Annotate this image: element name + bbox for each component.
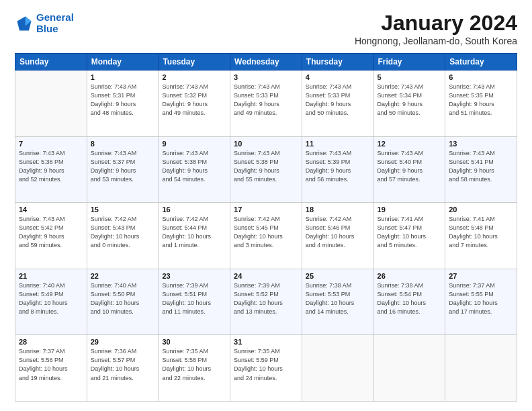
calendar-cell: 30Sunrise: 7:35 AM Sunset: 5:58 PM Dayli… bbox=[159, 335, 230, 402]
day-number: 19 bbox=[378, 205, 442, 214]
calendar-cell: 22Sunrise: 7:40 AM Sunset: 5:50 PM Dayli… bbox=[87, 269, 159, 335]
calendar-cell: 23Sunrise: 7:39 AM Sunset: 5:51 PM Dayli… bbox=[159, 269, 230, 335]
day-info: Sunrise: 7:43 AM Sunset: 5:38 PM Dayligh… bbox=[162, 149, 226, 184]
day-info: Sunrise: 7:42 AM Sunset: 5:46 PM Dayligh… bbox=[306, 215, 370, 250]
day-number: 2 bbox=[162, 73, 226, 81]
col-saturday: Saturday bbox=[445, 54, 517, 71]
day-number: 9 bbox=[162, 140, 226, 148]
calendar-cell: 10Sunrise: 7:43 AM Sunset: 5:38 PM Dayli… bbox=[230, 136, 302, 203]
day-info: Sunrise: 7:43 AM Sunset: 5:41 PM Dayligh… bbox=[449, 149, 513, 184]
day-number: 7 bbox=[19, 140, 83, 148]
day-number: 8 bbox=[91, 140, 155, 148]
calendar-cell: 28Sunrise: 7:37 AM Sunset: 5:56 PM Dayli… bbox=[15, 335, 87, 402]
calendar-cell: 21Sunrise: 7:40 AM Sunset: 5:49 PM Dayli… bbox=[15, 269, 87, 335]
col-friday: Friday bbox=[373, 54, 445, 71]
location: Hongnong, Jeollanam-do, South Korea bbox=[355, 36, 517, 46]
day-number: 6 bbox=[449, 73, 513, 81]
day-info: Sunrise: 7:43 AM Sunset: 5:34 PM Dayligh… bbox=[378, 83, 442, 118]
calendar-cell: 25Sunrise: 7:38 AM Sunset: 5:53 PM Dayli… bbox=[302, 269, 373, 335]
day-number: 25 bbox=[306, 272, 370, 280]
logo-text: General Blue bbox=[36, 12, 74, 34]
day-number: 21 bbox=[19, 272, 83, 280]
day-number: 11 bbox=[306, 140, 370, 148]
day-info: Sunrise: 7:43 AM Sunset: 5:33 PM Dayligh… bbox=[306, 83, 370, 118]
day-info: Sunrise: 7:43 AM Sunset: 5:40 PM Dayligh… bbox=[378, 149, 442, 184]
header-row: Sunday Monday Tuesday Wednesday Thursday… bbox=[15, 54, 517, 71]
calendar-cell: 8Sunrise: 7:43 AM Sunset: 5:37 PM Daylig… bbox=[87, 136, 159, 203]
day-number: 24 bbox=[234, 272, 298, 280]
day-number: 12 bbox=[378, 140, 442, 148]
day-number: 3 bbox=[234, 73, 298, 81]
calendar-cell: 3Sunrise: 7:43 AM Sunset: 5:33 PM Daylig… bbox=[230, 71, 302, 137]
day-number: 1 bbox=[91, 73, 155, 81]
calendar-cell bbox=[445, 335, 517, 402]
month-title: January 2024 bbox=[355, 12, 517, 34]
day-info: Sunrise: 7:43 AM Sunset: 5:37 PM Dayligh… bbox=[91, 149, 155, 184]
calendar-cell: 11Sunrise: 7:43 AM Sunset: 5:39 PM Dayli… bbox=[302, 136, 373, 203]
header: General Blue January 2024 Hongnong, Jeol… bbox=[15, 12, 517, 46]
calendar-cell: 20Sunrise: 7:41 AM Sunset: 5:48 PM Dayli… bbox=[445, 203, 517, 269]
day-info: Sunrise: 7:39 AM Sunset: 5:51 PM Dayligh… bbox=[162, 281, 226, 316]
col-sunday: Sunday bbox=[15, 54, 87, 71]
day-info: Sunrise: 7:43 AM Sunset: 5:33 PM Dayligh… bbox=[234, 83, 298, 118]
week-row-2: 7Sunrise: 7:43 AM Sunset: 5:36 PM Daylig… bbox=[15, 136, 517, 203]
calendar-cell: 9Sunrise: 7:43 AM Sunset: 5:38 PM Daylig… bbox=[159, 136, 230, 203]
day-number: 15 bbox=[91, 205, 155, 214]
calendar-cell: 31Sunrise: 7:35 AM Sunset: 5:59 PM Dayli… bbox=[230, 335, 302, 402]
calendar-cell: 4Sunrise: 7:43 AM Sunset: 5:33 PM Daylig… bbox=[302, 71, 373, 137]
day-number: 5 bbox=[378, 73, 442, 81]
calendar-cell: 18Sunrise: 7:42 AM Sunset: 5:46 PM Dayli… bbox=[302, 203, 373, 269]
calendar-cell: 26Sunrise: 7:38 AM Sunset: 5:54 PM Dayli… bbox=[373, 269, 445, 335]
logo-line1: General bbox=[36, 11, 74, 23]
day-number: 29 bbox=[91, 338, 155, 346]
day-info: Sunrise: 7:36 AM Sunset: 5:57 PM Dayligh… bbox=[91, 347, 155, 382]
col-thursday: Thursday bbox=[302, 54, 373, 71]
calendar-cell: 15Sunrise: 7:42 AM Sunset: 5:43 PM Dayli… bbox=[87, 203, 159, 269]
logo: General Blue bbox=[15, 12, 74, 34]
day-info: Sunrise: 7:43 AM Sunset: 5:39 PM Dayligh… bbox=[306, 149, 370, 184]
calendar-body: 1Sunrise: 7:43 AM Sunset: 5:31 PM Daylig… bbox=[15, 71, 517, 402]
day-number: 4 bbox=[306, 73, 370, 81]
day-number: 26 bbox=[378, 272, 442, 280]
day-info: Sunrise: 7:43 AM Sunset: 5:38 PM Dayligh… bbox=[234, 149, 298, 184]
calendar-cell: 29Sunrise: 7:36 AM Sunset: 5:57 PM Dayli… bbox=[87, 335, 159, 402]
day-info: Sunrise: 7:41 AM Sunset: 5:48 PM Dayligh… bbox=[449, 215, 513, 250]
day-info: Sunrise: 7:43 AM Sunset: 5:42 PM Dayligh… bbox=[19, 215, 83, 250]
calendar-cell: 19Sunrise: 7:41 AM Sunset: 5:47 PM Dayli… bbox=[373, 203, 445, 269]
calendar-cell: 12Sunrise: 7:43 AM Sunset: 5:40 PM Dayli… bbox=[373, 136, 445, 203]
calendar-cell: 17Sunrise: 7:42 AM Sunset: 5:45 PM Dayli… bbox=[230, 203, 302, 269]
day-info: Sunrise: 7:42 AM Sunset: 5:43 PM Dayligh… bbox=[91, 215, 155, 250]
day-number: 17 bbox=[234, 205, 298, 214]
col-wednesday: Wednesday bbox=[230, 54, 302, 71]
day-number: 13 bbox=[449, 140, 513, 148]
day-info: Sunrise: 7:40 AM Sunset: 5:50 PM Dayligh… bbox=[91, 281, 155, 316]
calendar-cell: 7Sunrise: 7:43 AM Sunset: 5:36 PM Daylig… bbox=[15, 136, 87, 203]
calendar-cell: 14Sunrise: 7:43 AM Sunset: 5:42 PM Dayli… bbox=[15, 203, 87, 269]
day-info: Sunrise: 7:43 AM Sunset: 5:31 PM Dayligh… bbox=[91, 83, 155, 118]
day-info: Sunrise: 7:43 AM Sunset: 5:36 PM Dayligh… bbox=[19, 149, 83, 184]
calendar-cell: 13Sunrise: 7:43 AM Sunset: 5:41 PM Dayli… bbox=[445, 136, 517, 203]
day-info: Sunrise: 7:37 AM Sunset: 5:55 PM Dayligh… bbox=[449, 281, 513, 316]
week-row-1: 1Sunrise: 7:43 AM Sunset: 5:31 PM Daylig… bbox=[15, 71, 517, 137]
col-monday: Monday bbox=[87, 54, 159, 71]
calendar-cell: 16Sunrise: 7:42 AM Sunset: 5:44 PM Dayli… bbox=[159, 203, 230, 269]
day-number: 14 bbox=[19, 205, 83, 214]
title-block: January 2024 Hongnong, Jeollanam-do, Sou… bbox=[355, 12, 517, 46]
day-number: 10 bbox=[234, 140, 298, 148]
day-info: Sunrise: 7:40 AM Sunset: 5:49 PM Dayligh… bbox=[19, 281, 83, 316]
calendar-cell bbox=[373, 335, 445, 402]
day-number: 20 bbox=[449, 205, 513, 214]
day-number: 27 bbox=[449, 272, 513, 280]
day-number: 22 bbox=[91, 272, 155, 280]
svg-marker-0 bbox=[17, 16, 32, 30]
day-info: Sunrise: 7:42 AM Sunset: 5:44 PM Dayligh… bbox=[162, 215, 226, 250]
day-number: 16 bbox=[162, 205, 226, 214]
day-info: Sunrise: 7:35 AM Sunset: 5:59 PM Dayligh… bbox=[234, 347, 298, 382]
day-info: Sunrise: 7:37 AM Sunset: 5:56 PM Dayligh… bbox=[19, 347, 83, 382]
calendar-cell: 6Sunrise: 7:43 AM Sunset: 5:35 PM Daylig… bbox=[445, 71, 517, 137]
calendar-cell: 1Sunrise: 7:43 AM Sunset: 5:31 PM Daylig… bbox=[87, 71, 159, 137]
calendar-table: Sunday Monday Tuesday Wednesday Thursday… bbox=[15, 53, 517, 402]
day-number: 31 bbox=[234, 338, 298, 346]
calendar-cell: 24Sunrise: 7:39 AM Sunset: 5:52 PM Dayli… bbox=[230, 269, 302, 335]
day-info: Sunrise: 7:38 AM Sunset: 5:54 PM Dayligh… bbox=[378, 281, 442, 316]
